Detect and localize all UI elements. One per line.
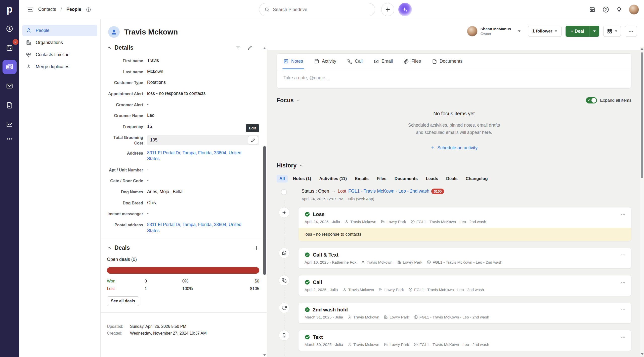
details-panel: Details First nameTravis Last nameMckown… — [101, 42, 267, 357]
sidebar-item-people[interactable]: People — [22, 25, 97, 36]
linked-person[interactable]: Travis Mckown — [348, 342, 379, 347]
filter-leads[interactable]: Leads — [423, 175, 441, 183]
add-deal-plus-icon[interactable] — [254, 245, 259, 251]
filter-files[interactable]: Files — [374, 175, 389, 183]
address-link[interactable]: 8311 El Portal Dr, Tampa, Florida, 33604… — [147, 150, 241, 161]
scroll-up-arrow[interactable] — [640, 48, 643, 50]
rail-item-mail[interactable] — [3, 79, 17, 93]
lightbulb-icon[interactable] — [616, 6, 622, 13]
focus-empty-title: No focus items yet — [277, 111, 631, 117]
tab-activity[interactable]: Activity — [314, 54, 336, 69]
contact-avatar[interactable] — [108, 26, 120, 38]
scroll-up-arrow[interactable] — [263, 47, 266, 49]
linked-org[interactable]: Lowry Park — [384, 342, 409, 347]
postal-address-link[interactable]: 8311 El Portal Dr, Tampa, Florida, 33604… — [147, 222, 241, 233]
add-deal-button[interactable]: + Deal — [566, 26, 589, 37]
tab-call[interactable]: Call — [347, 54, 363, 69]
rail-item-deals[interactable]: $ — [3, 22, 17, 36]
marketplace-icon[interactable] — [589, 6, 596, 13]
linked-deal[interactable]: $FGL1 - Travis McKown - Leo - 2nd wash — [414, 315, 489, 319]
linked-person[interactable]: Travis Mckown — [345, 220, 376, 224]
filter-fields-icon[interactable] — [235, 45, 240, 50]
sidebar-item-contacts-timeline[interactable]: Contacts timeline — [22, 49, 97, 60]
linked-org[interactable]: Lowry Park — [381, 220, 406, 224]
linked-person[interactable]: Travis Mckown — [348, 315, 379, 319]
see-all-deals-button[interactable]: See all deals — [107, 296, 139, 306]
chevron-down-icon — [615, 30, 617, 32]
history-collapse-icon[interactable] — [299, 163, 303, 168]
scroll-thumb[interactable] — [263, 146, 266, 275]
filter-deals[interactable]: Deals — [443, 175, 460, 183]
sidebar-item-organizations[interactable]: Organizations — [22, 37, 97, 48]
linked-org[interactable]: Lowry Park — [397, 260, 422, 265]
rail-item-insights[interactable] — [3, 117, 17, 131]
rail-more-button[interactable] — [6, 138, 13, 140]
scroll-down-arrow[interactable] — [641, 353, 644, 355]
svg-text:$: $ — [410, 289, 411, 291]
linked-deal[interactable]: $FGL1 - Travis McKown - Leo - 2nd wash — [408, 288, 484, 292]
rail-item-campaigns[interactable] — [3, 98, 17, 112]
header-more-button[interactable] — [625, 26, 637, 37]
collapse-details-icon[interactable] — [107, 46, 111, 50]
page-scrollbar[interactable] — [640, 47, 644, 356]
rail-item-activities[interactable]: 2 — [3, 41, 17, 55]
focus-empty-state: No focus items yet Scheduled activities,… — [277, 111, 631, 151]
deal-value-badge[interactable]: $105 — [431, 189, 444, 194]
details-scrollbar[interactable] — [263, 47, 266, 356]
item-more-icon[interactable] — [623, 255, 624, 256]
linked-deal[interactable]: $FGL1 - Travis McKown - Leo - 2nd wash — [411, 220, 486, 224]
item-more-icon[interactable] — [623, 214, 624, 215]
linked-deal[interactable]: $FGL1 - Travis McKown - Leo - 2nd wash — [414, 342, 489, 347]
help-icon[interactable]: ? — [602, 6, 609, 13]
add-deal-dropdown[interactable] — [589, 26, 599, 37]
history-timeline: Status : Open → Lost FGL1 - Travis McKow… — [277, 189, 631, 351]
schedule-activity-button[interactable]: Schedule an activity — [277, 145, 631, 151]
filter-all[interactable]: All — [277, 175, 288, 183]
ai-assistant-button[interactable] — [398, 3, 412, 16]
linked-person[interactable]: Travis Mckown — [361, 260, 393, 265]
sidebar-item-merge-duplicates[interactable]: Merge duplicates — [22, 61, 97, 73]
filter-emails[interactable]: Emails — [352, 175, 371, 183]
filter-documents[interactable]: Documents — [392, 175, 421, 183]
search-input[interactable] — [273, 7, 370, 12]
item-more-icon[interactable] — [623, 309, 624, 310]
owner-selector[interactable]: Shean McManus Owner — [467, 26, 521, 37]
filter-changelog[interactable]: Changelog — [463, 175, 491, 183]
quick-add-button[interactable] — [381, 3, 394, 16]
item-more-icon[interactable] — [623, 337, 624, 338]
followers-button[interactable]: 1 follower — [528, 26, 562, 37]
check-icon — [587, 98, 591, 101]
search-bar[interactable] — [259, 3, 375, 16]
edit-field-button[interactable] — [248, 136, 258, 145]
layout-switch-button[interactable] — [603, 26, 621, 37]
user-avatar[interactable] — [629, 5, 639, 15]
filter-notes[interactable]: Notes (1) — [290, 175, 314, 183]
tab-files[interactable]: Files — [404, 54, 421, 69]
person-icon — [26, 27, 32, 33]
collapse-deals-icon[interactable] — [107, 246, 111, 250]
editable-field-highlight[interactable]: 105 Edit — [147, 135, 259, 145]
scroll-down-arrow[interactable] — [263, 354, 266, 356]
phone-icon — [347, 59, 352, 64]
note-input[interactable] — [283, 75, 625, 81]
linked-org[interactable]: Lowry Park — [378, 288, 404, 292]
edit-details-icon[interactable] — [247, 45, 252, 50]
pipedrive-logo[interactable]: p — [7, 2, 13, 17]
linked-org[interactable]: Lowry Park — [384, 315, 409, 319]
info-icon[interactable] — [86, 7, 91, 12]
focus-collapse-icon[interactable] — [296, 98, 300, 102]
linked-deal[interactable]: $FGL1 - Travis McKown - Leo - 2nd wash — [427, 260, 502, 265]
tab-notes[interactable]: Notes — [283, 54, 303, 69]
rail-item-contacts[interactable] — [3, 60, 17, 74]
tab-email[interactable]: Email — [374, 54, 393, 69]
tab-documents[interactable]: Documents — [432, 54, 462, 69]
breadcrumb-contacts[interactable]: Contacts — [38, 7, 56, 12]
expand-all-toggle[interactable] — [586, 97, 597, 103]
item-more-icon[interactable] — [623, 282, 624, 283]
sidebar-collapse-icon[interactable] — [27, 6, 34, 13]
linked-person[interactable]: Travis Mckown — [342, 288, 374, 292]
deal-link[interactable]: FGL1 - Travis McKown - Leo - 2nd wash — [348, 189, 429, 194]
filter-activities[interactable]: Activities (11) — [316, 175, 350, 183]
svg-text:$: $ — [415, 316, 416, 318]
scroll-thumb[interactable] — [641, 52, 643, 178]
